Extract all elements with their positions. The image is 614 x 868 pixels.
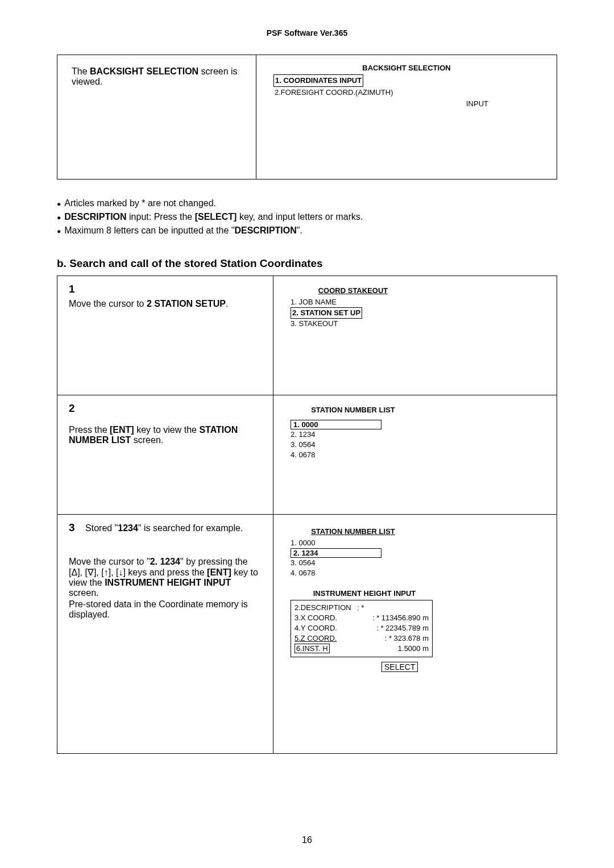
text-bold: DESCRIPTION	[234, 226, 296, 235]
screen-line: 2. 1234	[291, 429, 540, 440]
text-bold: 2. 1234	[150, 557, 180, 566]
mini-screen: STATION NUMBER LIST 1. 0000 2. 1234 3. 0…	[291, 406, 540, 461]
value: : * 323.678 m	[357, 633, 429, 644]
text-bold: INSTRUMENT HEIGHT INPUT	[105, 578, 231, 587]
text: key, and input letters or marks.	[237, 212, 363, 222]
screen-line-selected: 2. 1234	[291, 548, 381, 558]
screen-line: 3. 0564	[291, 440, 540, 450]
text-bold: [SELECT]	[195, 212, 237, 222]
text: screen.	[131, 435, 163, 445]
text: " is searched for example.	[138, 523, 243, 533]
text: 1. 0000	[293, 420, 318, 429]
screen-title: STATION NUMBER LIST	[291, 527, 416, 536]
label: 3.X COORD.	[294, 613, 357, 623]
text: input: Press the	[127, 212, 195, 222]
text-bold: BACKSIGHT SELECTION	[90, 66, 198, 76]
bullet: DESCRIPTION input: Press the [SELECT] ke…	[57, 210, 557, 224]
step-right: COORD STAKEOUT 1. JOB NAME 2. STATION SE…	[273, 276, 557, 395]
text: key to view the	[134, 425, 200, 435]
top-right-screen: BACKSIGHT SELECTION 1. COORDINATES INPUT…	[256, 55, 557, 179]
instrument-box: 2.DESCRIPTION: * 3.X COORD.: * 113456.89…	[291, 600, 433, 657]
bullet: Maximum 8 letters can be inputted at the…	[57, 224, 557, 237]
screen-title: COORD STAKEOUT	[291, 286, 416, 295]
text-bold: 1234	[118, 523, 138, 533]
step-row: 3 Stored "1234" is searched for example.…	[57, 515, 557, 753]
screen-option: INPUT	[273, 98, 540, 110]
label: 5.Z COORD.	[294, 633, 357, 644]
text-bold: DESCRIPTION	[64, 212, 126, 222]
bullet: Articles marked by * are not changed.	[57, 197, 557, 210]
top-box: The BACKSIGHT SELECTION screen is viewed…	[57, 55, 557, 180]
step-number: 1	[69, 283, 262, 295]
step-row: 1 Move the cursor to 2 STATION SETUP. CO…	[57, 276, 557, 395]
instrument-title: INSTRUMENT HEIGHT INPUT	[291, 589, 438, 598]
value: : * 113456.890 m	[357, 613, 429, 623]
screen-line: 3. 0564	[291, 558, 540, 568]
screen-line: 3. STAKEOUT	[291, 319, 540, 329]
text: Pre-stored data in the Coordinate memory…	[69, 599, 262, 620]
text: The	[72, 66, 90, 76]
page-number: 16	[302, 835, 312, 845]
step-right: STATION NUMBER LIST 1. 0000 2. 1234 3. 0…	[273, 515, 557, 753]
section-heading: b. Search and call of the stored Station…	[57, 257, 557, 270]
top-left-text: The BACKSIGHT SELECTION screen is viewed…	[57, 55, 256, 179]
step-right: STATION NUMBER LIST 1. 0000 2. 1234 3. 0…	[273, 395, 557, 514]
text-bold: [ENT]	[207, 567, 231, 577]
mini-screen: STATION NUMBER LIST 1. 0000 2. 1234 3. 0…	[291, 527, 540, 579]
select-button[interactable]: SELECT	[381, 662, 418, 672]
text: Press the	[69, 425, 110, 435]
text: 2. 1234	[293, 549, 318, 557]
screen-title: STATION NUMBER LIST	[291, 406, 416, 414]
text: ".	[297, 226, 302, 235]
screen-line-selected: 1. 0000	[291, 420, 381, 429]
screen-option-selected: 1. COORDINATES INPUT	[273, 74, 363, 87]
step-number: 3	[69, 521, 75, 533]
screen-line: 4. 0678	[291, 568, 540, 578]
value: : *	[357, 603, 364, 613]
text: Articles marked by * are not changed.	[64, 198, 216, 208]
step-number: 2	[69, 402, 262, 415]
label: 2.DESCRIPTION	[294, 603, 357, 613]
text: screen.	[69, 588, 98, 598]
text: Maximum 8 letters can be inputted at the…	[64, 226, 234, 235]
text-bold: 2 STATION SETUP	[147, 299, 226, 308]
screen-title: BACKSIGHT SELECTION	[273, 64, 540, 72]
text: Move the cursor to "	[69, 557, 150, 566]
page-header: PSF Software Ver.365	[57, 28, 557, 37]
label-selected: 6.INST. H	[294, 644, 330, 653]
step-left: 2 Press the [ENT] key to view the STATIO…	[57, 395, 273, 514]
value: 1.5000 m	[357, 644, 429, 654]
steps-table: 1 Move the cursor to 2 STATION SETUP. CO…	[57, 276, 557, 754]
bullets: Articles marked by * are not changed. DE…	[57, 197, 557, 237]
step-row: 2 Press the [ENT] key to view the STATIO…	[57, 395, 557, 515]
text: Move the cursor to	[69, 299, 147, 308]
screen-line: 1. JOB NAME	[291, 297, 540, 307]
screen-line-selected: 2. STATION SET UP	[291, 307, 362, 319]
step-left: 1 Move the cursor to 2 STATION SETUP.	[57, 276, 273, 395]
value: : * 22345.789 m	[357, 623, 429, 633]
label: 4.Y COORD.	[294, 623, 357, 633]
text-bold: [ENT]	[110, 425, 134, 435]
text: Stored "	[85, 523, 118, 533]
step-left: 3 Stored "1234" is searched for example.…	[57, 515, 273, 753]
text: .	[226, 299, 228, 308]
screen-line: 1. 0000	[291, 538, 540, 548]
mini-screen: COORD STAKEOUT 1. JOB NAME 2. STATION SE…	[291, 286, 540, 329]
screen-option: 2.FORESIGHT COORD.(AZIMUTH)	[273, 87, 540, 98]
screen-line: 4. 0678	[291, 450, 540, 460]
